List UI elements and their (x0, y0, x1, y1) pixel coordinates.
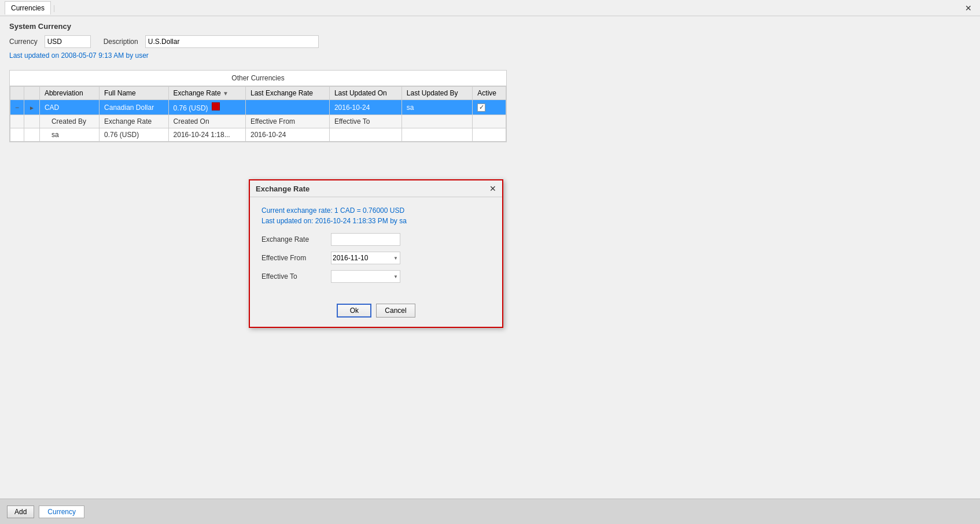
last-updated-by-header: Last Updated By (401, 87, 473, 100)
last-updated-link[interactable]: Last updated on 2008-05-07 9:13 AM by us… (9, 51, 149, 60)
sub-table-header-row: Created By Exchange Rate Created On Effe… (10, 115, 506, 128)
created-on-header: Created On (168, 115, 245, 128)
sort-arrow-icon: ▼ (223, 90, 229, 97)
edit-exchange-rate-button[interactable] (212, 102, 220, 110)
bottom-bar: Add Currency (0, 499, 980, 524)
other-currencies-section: Other Currencies Abbreviation Full Name … (9, 70, 507, 142)
effective-from-form-label: Effective From (261, 254, 331, 262)
effective-from-select[interactable]: 2016-11-10 (331, 252, 400, 264)
description-label: Description (104, 38, 138, 46)
expand-col-header (10, 87, 24, 100)
arrow-cell: ► (24, 100, 40, 115)
exchange-rate-dialog: Exchange Rate ✕ Current exchange rate: 1… (249, 179, 503, 328)
dialog-form: Exchange Rate Effective From 2016-11-10 … (261, 233, 491, 283)
effective-to-form-label: Effective To (261, 272, 331, 281)
sub-row-empty2 (24, 128, 40, 142)
currency-tab-button[interactable]: Currency (39, 505, 84, 518)
sub-empty4 (473, 115, 506, 128)
sub-exchange-rate-header: Exchange Rate (100, 115, 168, 128)
arrow-col-header (24, 87, 40, 100)
dialog-titlebar: Exchange Rate ✕ (250, 180, 502, 197)
main-content: System Currency Currency Description Las… (0, 16, 980, 148)
cad-last-exchange-rate (245, 100, 329, 115)
exchange-rate-form-row: Exchange Rate (261, 233, 491, 246)
fullname-header: Full Name (100, 87, 168, 100)
last-updated-on-header: Last Updated On (329, 87, 401, 100)
currency-input[interactable] (45, 35, 91, 48)
last-exchange-rate-header: Last Exchange Rate (245, 87, 329, 100)
other-currencies-title: Other Currencies (10, 71, 506, 86)
table-header-row: Abbreviation Full Name Exchange Rate ▼ L… (10, 87, 506, 100)
exchange-rate-form-label: Exchange Rate (261, 235, 331, 243)
title-bar: Currencies | ✕ (0, 0, 980, 16)
effective-to-header: Effective To (329, 115, 401, 128)
dialog-title: Exchange Rate (256, 184, 310, 193)
system-currency-title: System Currency (9, 22, 971, 31)
sub-empty3 (401, 115, 473, 128)
last-updated-text: Last updated on 2008-05-07 9:13 AM by us… (9, 51, 971, 60)
cad-active-cell[interactable] (473, 100, 506, 115)
description-input[interactable] (145, 35, 319, 48)
cad-row[interactable]: − ► CAD Canadian Dollar 0.76 (USD) 2016-… (10, 100, 506, 115)
system-currency-row: Currency Description (9, 35, 971, 48)
sub-created-on: 2016-10-24 1:18... (168, 128, 245, 142)
sub-data-row: sa 0.76 (USD) 2016-10-24 1:18... 2016-10… (10, 128, 506, 142)
effective-from-wrapper: 2016-11-10 (331, 252, 400, 264)
expand-cell[interactable]: − (10, 100, 24, 115)
cad-abbreviation: CAD (39, 100, 99, 115)
sub-row-empty1 (10, 128, 24, 142)
dialog-footer: Ok Cancel (250, 298, 502, 327)
sub-row-empty4 (473, 128, 506, 142)
dialog-info-line1: Current exchange rate: 1 CAD = 0.76000 U… (261, 206, 491, 215)
dialog-close-button[interactable]: ✕ (489, 184, 496, 193)
row-arrow-icon: ► (29, 105, 35, 111)
abbreviation-header: Abbreviation (39, 87, 99, 100)
cancel-button[interactable]: Cancel (376, 304, 415, 318)
effective-to-select[interactable] (331, 270, 400, 283)
active-checkbox[interactable] (477, 104, 485, 112)
currencies-tab[interactable]: Currencies (5, 1, 51, 14)
created-by-header: Created By (39, 115, 99, 128)
effective-to-wrapper (331, 270, 400, 283)
sub-row-empty3 (401, 128, 473, 142)
sub-created-by: sa (39, 128, 99, 142)
collapse-icon[interactable]: − (15, 104, 19, 112)
sub-effective-from: 2016-10-24 (245, 128, 329, 142)
effective-from-form-row: Effective From 2016-11-10 (261, 252, 491, 264)
cad-last-updated-on: 2016-10-24 (329, 100, 401, 115)
active-header: Active (473, 87, 506, 100)
exchange-rate-header: Exchange Rate ▼ (168, 87, 245, 100)
effective-to-form-row: Effective To (261, 270, 491, 283)
cad-fullname: Canadian Dollar (100, 100, 168, 115)
effective-from-header: Effective From (245, 115, 329, 128)
currencies-table: Abbreviation Full Name Exchange Rate ▼ L… (10, 86, 506, 142)
title-bar-left: Currencies | (5, 1, 55, 14)
sub-exchange-rate: 0.76 (USD) (100, 128, 168, 142)
add-button[interactable]: Add (7, 505, 34, 518)
cad-last-updated-by: sa (401, 100, 473, 115)
sub-empty2 (24, 115, 40, 128)
exchange-rate-field[interactable] (331, 233, 400, 246)
dialog-body: Current exchange rate: 1 CAD = 0.76000 U… (250, 197, 502, 298)
currency-label: Currency (9, 38, 38, 46)
sub-effective-to (329, 128, 401, 142)
window-close-button[interactable]: ✕ (961, 2, 975, 14)
ok-button[interactable]: Ok (337, 304, 371, 318)
sub-empty1 (10, 115, 24, 128)
cad-exchange-rate: 0.76 (USD) (168, 100, 245, 115)
dialog-info-line2: Last updated on: 2016-10-24 1:18:33 PM b… (261, 217, 491, 225)
